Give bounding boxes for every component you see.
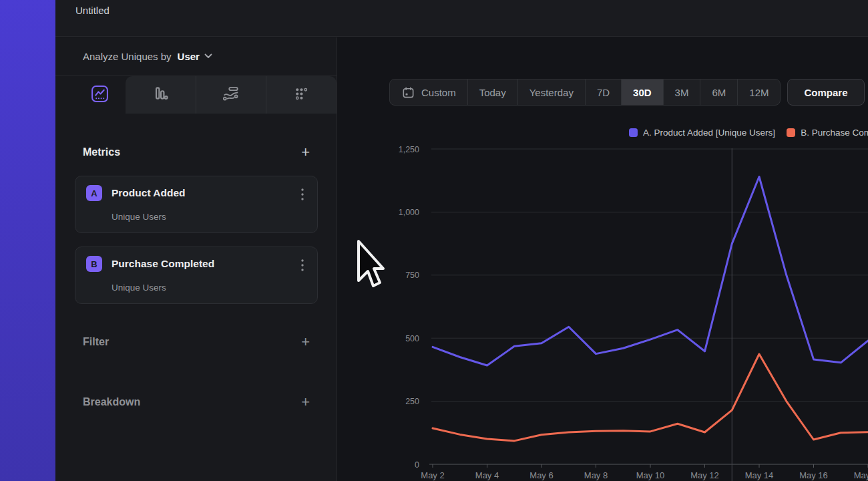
bar-chart-icon bbox=[152, 85, 169, 105]
add-metric-icon[interactable]: + bbox=[301, 146, 310, 159]
chart-type-tabbar bbox=[55, 76, 337, 114]
metric-card-product-added[interactable]: A Product Added Unique Users bbox=[75, 176, 318, 233]
analyze-uniques-row: Analyze Uniques by User bbox=[55, 37, 337, 75]
y-tick-label: 750 bbox=[405, 271, 419, 280]
metric-badge-b: B bbox=[86, 256, 102, 272]
metric-name: Product Added bbox=[112, 187, 186, 199]
chevron-down-icon[interactable] bbox=[204, 53, 212, 59]
grid-dots-icon bbox=[293, 86, 310, 105]
y-tick-label: 500 bbox=[405, 334, 419, 343]
metrics-title: Metrics bbox=[83, 146, 120, 158]
chart-panel: Custom Today Yesterday 7D 30D 3M 6M 12M … bbox=[337, 37, 868, 481]
flow-chart-icon bbox=[222, 84, 240, 106]
series-line-1 bbox=[433, 354, 868, 441]
x-tick-label: May 10 bbox=[636, 470, 665, 480]
x-tick-label: May 2 bbox=[421, 470, 444, 480]
analyze-label: Analyze Uniques by bbox=[83, 51, 172, 62]
chart-type-tab-group bbox=[126, 76, 337, 114]
y-tick-label: 250 bbox=[405, 397, 419, 406]
x-tick-label: May 6 bbox=[529, 470, 553, 480]
x-tick-label: May 4 bbox=[475, 470, 499, 480]
metric-subtitle: Unique Users bbox=[112, 212, 166, 222]
x-tick-label: May 8 bbox=[584, 470, 608, 480]
x-tick-label: May 12 bbox=[690, 470, 719, 480]
breakdown-title: Breakdown bbox=[83, 396, 140, 408]
y-tick-label: 1,250 bbox=[399, 145, 419, 154]
filter-header-row: Filter + bbox=[83, 331, 310, 353]
x-tick-label: May 16 bbox=[799, 470, 828, 480]
x-tick-label: May 14 bbox=[745, 470, 774, 480]
series-line-0 bbox=[433, 177, 868, 366]
metrics-header-row: Metrics + bbox=[83, 141, 310, 164]
metric-subtitle: Unique Users bbox=[112, 283, 166, 293]
tab-line-chart[interactable] bbox=[73, 76, 126, 114]
line-chart-plot[interactable]: 02505007501,0001,250May 2May 4May 6May 8… bbox=[337, 37, 868, 481]
filter-title: Filter bbox=[83, 336, 109, 348]
query-sidebar: Analyze Uniques by User bbox=[55, 37, 337, 481]
document-title[interactable]: Untitled bbox=[75, 5, 110, 16]
line-chart-icon bbox=[91, 85, 109, 106]
tab-grid-dots[interactable] bbox=[266, 76, 337, 114]
kebab-menu-icon[interactable] bbox=[297, 258, 308, 273]
metric-badge-a: A bbox=[86, 185, 102, 201]
brand-gradient-strip bbox=[0, 0, 55, 481]
tab-bar-chart[interactable] bbox=[126, 76, 196, 114]
add-filter-icon[interactable]: + bbox=[301, 335, 310, 349]
metric-name: Purchase Completed bbox=[112, 258, 214, 270]
y-tick-label: 1,000 bbox=[399, 208, 419, 217]
kebab-menu-icon[interactable] bbox=[297, 187, 308, 202]
metric-card-purchase-completed[interactable]: B Purchase Completed Unique Users bbox=[75, 247, 318, 304]
top-bar: Untitled bbox=[55, 0, 868, 37]
app-root: { "window": { "title": "Untitled" }, "si… bbox=[0, 0, 868, 481]
tab-flow-chart[interactable] bbox=[196, 76, 266, 114]
breakdown-header-row: Breakdown + bbox=[83, 391, 310, 414]
analyze-by-dropdown[interactable]: User bbox=[178, 51, 200, 62]
x-tick-label: May 18 bbox=[854, 470, 868, 480]
add-breakdown-icon[interactable]: + bbox=[301, 395, 310, 409]
y-tick-label: 0 bbox=[415, 460, 419, 470]
